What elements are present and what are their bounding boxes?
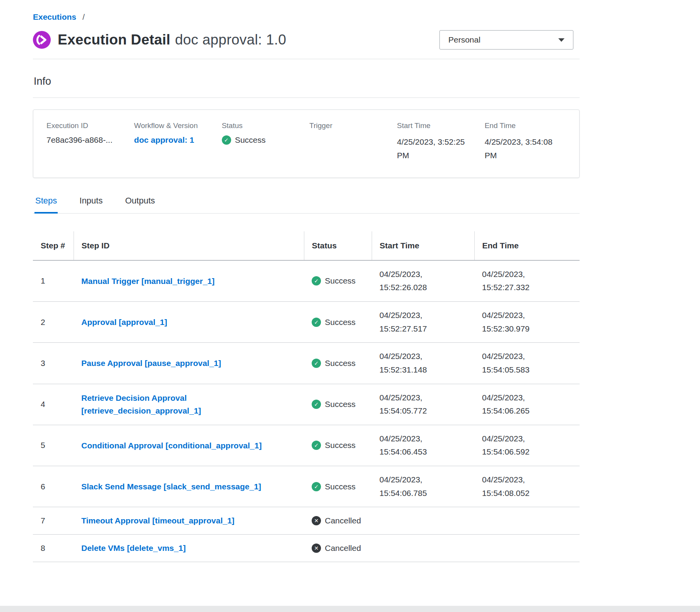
- breadcrumb-executions-link[interactable]: Executions: [33, 12, 76, 21]
- chevron-down-icon: [558, 38, 564, 42]
- status-cell-wrap: ✓Success: [304, 425, 372, 466]
- status-label: Success: [325, 482, 355, 491]
- execution-detail-page: Executions / Execution Detaildoc approva…: [0, 0, 612, 562]
- check-icon: ✓: [312, 482, 321, 491]
- workflow-version-link[interactable]: doc approval: 1: [134, 135, 194, 145]
- step-number: 6: [33, 466, 74, 507]
- status-cell-wrap: ✕Cancelled: [304, 534, 372, 562]
- end-time-text: 04/25/2023, 15:52:30.979: [482, 309, 549, 335]
- step-id-cell: Conditional Approval [conditional_approv…: [74, 425, 304, 466]
- status-cell-wrap: ✕Cancelled: [304, 507, 372, 535]
- value-text: 4/25/2023, 3:52:25 PM: [397, 135, 472, 162]
- status-indicator: ✓Success: [312, 276, 364, 285]
- steps-table-header-row: Step #Step IDStatusStart TimeEnd Time: [33, 231, 580, 260]
- check-icon: ✓: [312, 441, 321, 450]
- step-link-3[interactable]: Pause Approval [pause_approval_1]: [81, 357, 221, 370]
- info-field-value-start-time: 4/25/2023, 3:52:25 PM: [397, 135, 478, 162]
- tab-inputs[interactable]: Inputs: [79, 196, 103, 214]
- workspace-dropdown[interactable]: Personal: [439, 30, 573, 50]
- end-time-cell: 04/25/2023, 15:52:30.979: [474, 301, 580, 342]
- col-header-status: Status: [304, 231, 372, 260]
- steps-table: Step #Step IDStatusStart TimeEnd Time 1M…: [33, 231, 580, 562]
- col-header-start-time: Start Time: [372, 231, 474, 260]
- step-link-8[interactable]: Delete VMs [delete_vms_1]: [81, 542, 186, 555]
- start-time-cell: 04/25/2023, 15:54:06.453: [372, 425, 474, 466]
- status-indicator: ✓Success: [312, 359, 364, 368]
- check-icon: ✓: [312, 276, 321, 285]
- start-time-cell: 04/25/2023, 15:54:05.772: [372, 384, 474, 425]
- end-time-cell: 04/25/2023, 15:54:06.592: [474, 425, 580, 466]
- tab-steps[interactable]: Steps: [34, 196, 58, 214]
- step-row-1: 1Manual Trigger [manual_trigger_1]✓Succe…: [33, 260, 580, 302]
- step-id-cell: Manual Trigger [manual_trigger_1]: [74, 260, 304, 302]
- info-field-value-trigger: [309, 135, 391, 145]
- value-text: 7e8ac396-a868-...: [46, 135, 112, 145]
- status-indicator: ✕Cancelled: [312, 516, 364, 525]
- end-time-cell: 04/25/2023, 15:54:05.583: [474, 343, 580, 384]
- step-id-cell: Delete VMs [delete_vms_1]: [74, 534, 304, 562]
- start-time-text: 04/25/2023, 15:52:27.517: [379, 309, 446, 335]
- col-header-end-time: End Time: [474, 231, 580, 260]
- info-field-label-trigger: Trigger: [309, 121, 391, 130]
- start-time-text: 04/25/2023, 15:54:06.453: [379, 432, 446, 459]
- end-time-cell: 04/25/2023, 15:54:06.265: [474, 384, 580, 425]
- step-id-cell: Slack Send Message [slack_send_message_1…: [74, 466, 304, 507]
- end-time-text: 04/25/2023, 15:54:08.052: [482, 473, 549, 500]
- status-indicator: ✓Success: [312, 441, 364, 450]
- col-header-step-id: Step ID: [74, 231, 304, 260]
- step-link-4[interactable]: Retrieve Decision Approval [retrieve_dec…: [81, 391, 290, 417]
- start-time-cell: 04/25/2023, 15:54:06.785: [372, 466, 474, 507]
- step-number: 8: [33, 534, 74, 562]
- end-time-text: 04/25/2023, 15:54:05.583: [482, 350, 549, 376]
- end-time-text: 04/25/2023, 15:54:06.592: [482, 432, 549, 459]
- step-link-2[interactable]: Approval [approval_1]: [81, 316, 167, 329]
- step-id-cell: Timeout Approval [timeout_approval_1]: [74, 507, 304, 535]
- step-row-5: 5Conditional Approval [conditional_appro…: [33, 425, 580, 466]
- workspace-dropdown-value: Personal: [448, 35, 480, 44]
- status-label: Success: [325, 359, 355, 368]
- status-cell-wrap: ✓Success: [304, 466, 372, 507]
- step-number: 1: [33, 260, 74, 302]
- step-number: 2: [33, 301, 74, 342]
- end-time-cell: [474, 507, 580, 535]
- step-id-cell: Pause Approval [pause_approval_1]: [74, 343, 304, 384]
- end-time-text: 04/25/2023, 15:52:27.332: [482, 268, 549, 294]
- step-link-1[interactable]: Manual Trigger [manual_trigger_1]: [81, 275, 214, 288]
- status-text: Success: [235, 135, 266, 145]
- info-field-value-execution-id: 7e8ac396-a868-...: [46, 135, 128, 145]
- status-cell-wrap: ✓Success: [304, 384, 372, 425]
- start-time-cell: 04/25/2023, 15:52:26.028: [372, 260, 474, 302]
- info-field-workflow-version: Workflow & Versiondoc approval: 1: [134, 121, 215, 162]
- end-time-text: 04/25/2023, 15:54:06.265: [482, 391, 549, 418]
- info-field-label-start-time: Start Time: [397, 121, 478, 130]
- step-row-7: 7Timeout Approval [timeout_approval_1]✕C…: [33, 507, 580, 535]
- info-field-value-end-time: 4/25/2023, 3:54:08 PM: [485, 135, 566, 162]
- step-link-7[interactable]: Timeout Approval [timeout_approval_1]: [81, 514, 235, 527]
- step-row-6: 6Slack Send Message [slack_send_message_…: [33, 466, 580, 507]
- page-bottom-divider: [0, 606, 700, 612]
- step-number: 4: [33, 384, 74, 425]
- step-number: 3: [33, 343, 74, 384]
- status-label: Success: [325, 318, 355, 327]
- status-indicator: ✕Cancelled: [312, 544, 364, 553]
- step-link-5[interactable]: Conditional Approval [conditional_approv…: [81, 439, 262, 452]
- status-label: Success: [325, 400, 355, 409]
- breadcrumb: Executions /: [33, 12, 580, 22]
- info-field-start-time: Start Time4/25/2023, 3:52:25 PM: [397, 121, 478, 162]
- status-label: Cancelled: [325, 544, 361, 553]
- value-text: 4/25/2023, 3:54:08 PM: [485, 135, 560, 162]
- step-link-6[interactable]: Slack Send Message [slack_send_message_1…: [81, 480, 261, 493]
- info-field-value-status: ✓Success: [222, 135, 303, 145]
- end-time-cell: 04/25/2023, 15:52:27.332: [474, 260, 580, 302]
- workflow-name-version: doc approval: 1.0: [175, 32, 286, 48]
- header-divider: [33, 59, 580, 59]
- info-field-trigger: Trigger: [309, 121, 391, 162]
- step-number: 5: [33, 425, 74, 466]
- check-icon: ✓: [312, 318, 321, 327]
- start-time-cell: [372, 507, 474, 535]
- tab-outputs[interactable]: Outputs: [124, 196, 156, 214]
- status-cell-wrap: ✓Success: [304, 301, 372, 342]
- info-field-label-end-time: End Time: [485, 121, 566, 130]
- page-header: Execution Detaildoc approval: 1.0 Person…: [33, 30, 580, 50]
- step-id-cell: Approval [approval_1]: [74, 301, 304, 342]
